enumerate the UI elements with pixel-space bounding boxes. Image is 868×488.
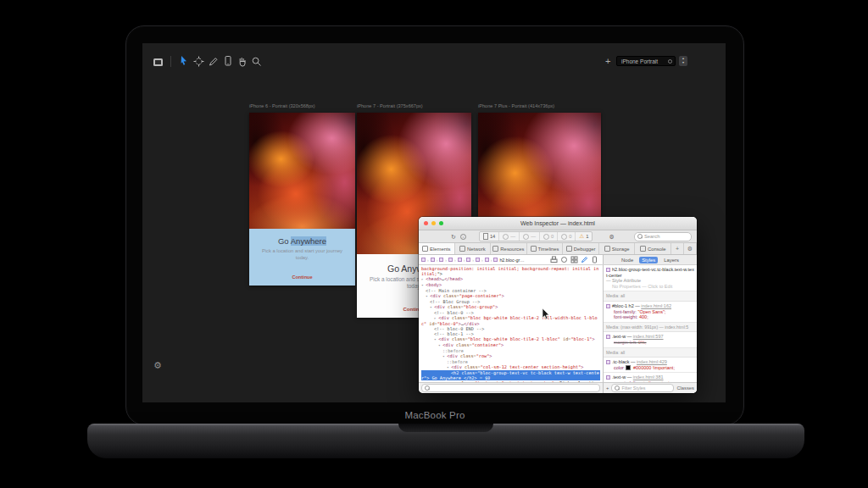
css-property[interactable]: font-family: "Open Sans"; <box>606 309 694 315</box>
code-line[interactable]: ▾ <div class="row"> <box>421 353 600 359</box>
reload-icon[interactable]: ↻ <box>451 234 456 240</box>
status-badge[interactable]: 0 <box>540 232 558 241</box>
edit-icon[interactable] <box>581 256 588 263</box>
web-inspector-window[interactable]: Web Inspector — index.html ↻ ↓ 14——00⚠1 … <box>419 217 697 393</box>
tab-storage[interactable]: Storage <box>599 243 636 254</box>
inspector-titlebar[interactable]: Web Inspector — index.html <box>419 217 697 230</box>
classes-button[interactable]: Classes <box>676 385 694 391</box>
element-crumb-icon[interactable] <box>458 258 462 262</box>
rule-selector: .text-w — index.html:381 <box>606 374 694 380</box>
continue-link[interactable]: Continue <box>249 274 355 280</box>
status-badge[interactable]: ⚠1 <box>576 232 592 241</box>
grid-overlay-icon[interactable] <box>570 256 578 263</box>
minimize-window-icon[interactable] <box>431 221 436 225</box>
tab-debugger[interactable]: Debugger <box>563 243 599 254</box>
tab-resources[interactable]: Resources <box>491 243 527 254</box>
add-preview-button[interactable]: + <box>605 57 610 66</box>
devices-icon[interactable] <box>153 57 164 69</box>
element-crumb-icon[interactable] <box>448 258 453 262</box>
macbook-screen: + iPhone Portrait ▴ ▾ ⚙ iPhone 6 - Portr… <box>125 25 744 425</box>
css-property[interactable]: color: #000000 !important; <box>606 365 694 371</box>
preset-stepper[interactable]: ▴ ▾ <box>679 56 687 66</box>
preview-iphone6[interactable]: Go Anywhere Pick a location and start yo… <box>249 113 355 286</box>
style-rule[interactable]: h2.bloc-group-text-vc.tc-black.text-w.te… <box>604 265 697 291</box>
element-icon <box>606 304 610 308</box>
hand-tool-icon[interactable] <box>236 56 248 68</box>
dom-tree[interactable]: background-position: initial initial; ba… <box>419 265 603 382</box>
style-rule[interactable]: .tc-black — index.html:429color: #000000… <box>604 358 697 373</box>
tab-network[interactable]: Network <box>455 243 492 254</box>
element-crumb-icon[interactable] <box>493 258 498 262</box>
code-line[interactable]: <h2 class="bloc-group-text-vc tc-black t… <box>421 370 600 380</box>
css-property[interactable]: font-weight: 400; <box>606 314 694 320</box>
phone-tool-icon[interactable] <box>222 55 234 67</box>
color-swatch[interactable] <box>626 365 631 370</box>
sidebar-tab-layers[interactable]: Layers <box>661 257 682 263</box>
crosshair-tool-icon[interactable] <box>193 56 205 68</box>
tab-console[interactable]: Console <box>635 243 671 254</box>
element-icon <box>606 360 610 364</box>
dom-filter-input[interactable] <box>421 384 600 392</box>
breadcrumb[interactable]: ››››››››h2.bloc-gr… <box>419 255 603 264</box>
style-rule[interactable]: #bloc-1 h2 — index.html:162font-family: … <box>604 302 697 323</box>
code-token: > <box>495 304 498 309</box>
device-frame-icon[interactable] <box>591 256 598 263</box>
settings-gear-icon[interactable]: ⚙ <box>153 360 162 371</box>
code-line[interactable]: ▾ <div class="col-sm-12 text-center sect… <box>421 364 600 370</box>
close-window-icon[interactable] <box>424 221 428 225</box>
zoom-window-icon[interactable] <box>439 221 443 225</box>
pencil-tool-icon[interactable] <box>208 56 220 68</box>
element-crumb-icon[interactable] <box>431 258 435 262</box>
status-badge[interactable]: 0 <box>558 232 576 241</box>
source-link[interactable]: index.html:162 <box>641 303 671 308</box>
search-input[interactable]: Search <box>634 232 692 241</box>
status-badge[interactable]: 14 <box>480 232 499 241</box>
tab-elements[interactable]: Elements <box>419 243 455 254</box>
media-query-header: Media: (max-width: 991px) — index.html:5 <box>604 323 697 333</box>
tab-timelines[interactable]: Timelines <box>527 243 564 254</box>
code-line[interactable]: ▾ <div class="container"> <box>421 342 600 348</box>
element-crumb-icon[interactable] <box>439 258 443 262</box>
css-property[interactable]: margin-left: 0%; <box>606 340 694 346</box>
brand-label: MacBook Pro <box>126 410 743 420</box>
code-line[interactable]: ▾ <div class="bloc bgc-white bloc-tile-2… <box>421 336 600 342</box>
element-crumb-icon[interactable] <box>466 258 470 262</box>
crumb-current-element[interactable]: h2.bloc-gr… <box>499 258 524 263</box>
download-icon[interactable]: ↓ <box>460 234 466 240</box>
style-rule[interactable]: .text-w — index.html:597margin-left: 0%; <box>604 332 697 347</box>
preset-reset-icon[interactable] <box>668 59 672 64</box>
code-line[interactable]: ▾ <body> <box>421 282 600 288</box>
print-styles-icon[interactable] <box>550 256 558 263</box>
empty-rule-note[interactable]: No Properties — Click to Edit <box>606 284 694 290</box>
element-crumb-icon[interactable] <box>421 258 426 262</box>
media-query-header: Media: all <box>604 348 697 358</box>
stepper-down-icon[interactable]: ▾ <box>679 60 687 64</box>
magnifier-tool-icon[interactable] <box>251 56 263 68</box>
source-link[interactable]: index.html:597 <box>633 334 664 339</box>
sidebar-tab-node[interactable]: Node <box>619 257 636 263</box>
code-line[interactable]: background-position: initial initial; ba… <box>421 266 600 276</box>
code-line[interactable]: ▾ <div class="bloc-group"> <box>421 304 600 310</box>
code-line[interactable]: ▾ <div class="page-container"> <box>421 293 600 299</box>
force-state-icon[interactable] <box>560 256 568 263</box>
preset-dropdown[interactable]: iPhone Portrait <box>616 56 676 66</box>
status-badge[interactable]: — <box>520 232 540 241</box>
element-crumb-icon[interactable] <box>476 258 480 262</box>
add-rule-button[interactable]: + <box>606 385 609 391</box>
styles-filter-input[interactable]: Filter Styles <box>611 384 674 392</box>
code-line[interactable]: ▸ <head>…</head> <box>421 276 600 282</box>
cursor-tool-icon[interactable] <box>178 55 190 67</box>
sidebar-tab-styles[interactable]: Styles <box>639 257 658 263</box>
source-link[interactable]: index.html:429 <box>637 359 667 364</box>
tab-label: Elements <box>430 247 451 252</box>
status-badge[interactable]: — <box>499 232 520 241</box>
style-rules[interactable]: h2.bloc-group-text-vc.tc-black.text-w.te… <box>604 265 697 382</box>
source-link[interactable]: index.html:381 <box>633 374 664 380</box>
add-tab-button[interactable]: + <box>671 243 684 254</box>
badge-count: — <box>531 234 536 239</box>
code-line[interactable]: ▸ <div class="bloc bgc-white bloc-tile-2… <box>421 315 600 326</box>
inspector-settings-gear-icon[interactable]: ⚙ <box>609 234 614 240</box>
element-crumb-icon[interactable] <box>485 258 489 262</box>
tab-settings-gear-icon[interactable]: ⚙ <box>684 243 697 254</box>
style-rule[interactable]: .text-w — index.html:381margin-left: aut… <box>604 373 697 382</box>
